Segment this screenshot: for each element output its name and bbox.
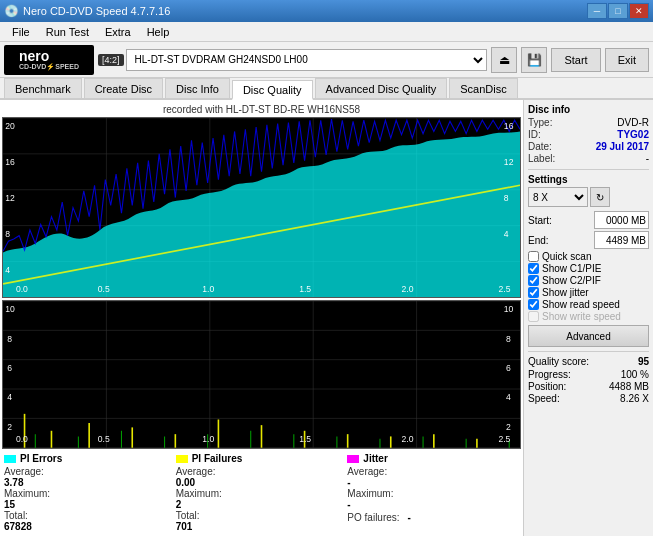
show-read-speed-checkbox[interactable] <box>528 299 539 310</box>
quality-score-row: Quality score: 95 <box>528 356 649 367</box>
main-content: recorded with HL-DT-ST BD-RE WH16NS58 <box>0 100 653 536</box>
quality-section: Quality score: 95 Progress: 100 % Positi… <box>528 351 649 405</box>
disc-info-title: Disc info <box>528 104 649 115</box>
label-value: - <box>646 153 649 164</box>
chart-pif: 10 8 6 4 2 10 8 6 4 2 0.0 0.5 1.0 1.5 <box>2 300 521 449</box>
svg-text:4: 4 <box>506 392 511 402</box>
svg-text:10: 10 <box>504 304 514 314</box>
speed-dropdown[interactable]: 8 X Max 2 X 4 X 16 X <box>528 187 588 207</box>
stat-jitter: Jitter Average: - Maximum: - PO failures… <box>347 453 519 532</box>
right-panel: Disc info Type: DVD-R ID: TYG02 Date: 29… <box>523 100 653 536</box>
pi-failures-max: 2 <box>176 499 182 510</box>
svg-text:4: 4 <box>5 264 10 274</box>
svg-text:1.0: 1.0 <box>202 434 214 444</box>
speed-value: 8.26 X <box>620 393 649 404</box>
id-value: TYG02 <box>617 129 649 140</box>
svg-text:6: 6 <box>7 363 12 373</box>
close-button[interactable]: ✕ <box>629 3 649 19</box>
po-failures-val: - <box>408 512 411 523</box>
quick-scan-row: Quick scan <box>528 251 649 262</box>
refresh-button[interactable]: ↻ <box>590 187 610 207</box>
svg-text:0.0: 0.0 <box>16 284 28 294</box>
show-jitter-label: Show jitter <box>542 287 589 298</box>
po-failures-label: PO failures: <box>347 512 399 523</box>
jitter-color <box>347 455 359 463</box>
svg-text:4: 4 <box>7 392 12 402</box>
type-value: DVD-R <box>617 117 649 128</box>
svg-text:2.0: 2.0 <box>402 284 414 294</box>
svg-text:2.0: 2.0 <box>402 434 414 444</box>
pi-failures-avg: 0.00 <box>176 477 195 488</box>
svg-text:8: 8 <box>5 229 10 239</box>
label-row: Label: - <box>528 153 649 164</box>
menu-extra[interactable]: Extra <box>97 24 139 40</box>
pi-errors-max: 15 <box>4 499 15 510</box>
position-row: Position: 4488 MB <box>528 381 649 392</box>
advanced-button[interactable]: Advanced <box>528 325 649 347</box>
end-mb-row: End: <box>528 231 649 249</box>
ratio-badge: [4:2] <box>98 54 124 66</box>
pi-errors-color <box>4 455 16 463</box>
svg-text:8: 8 <box>7 334 12 344</box>
svg-text:12: 12 <box>504 157 514 167</box>
title-bar-text: Nero CD-DVD Speed 4.7.7.16 <box>23 5 170 17</box>
chart-area: recorded with HL-DT-ST BD-RE WH16NS58 <box>0 100 523 536</box>
menu-file[interactable]: File <box>4 24 38 40</box>
tab-scan-disc[interactable]: ScanDisc <box>449 78 517 98</box>
drive-select-area: [4:2] HL-DT-ST DVDRAM GH24NSD0 LH00 <box>98 49 487 71</box>
svg-text:2: 2 <box>506 422 511 432</box>
chart-header: recorded with HL-DT-ST BD-RE WH16NS58 <box>2 102 521 117</box>
svg-text:4: 4 <box>504 229 509 239</box>
end-label: End: <box>528 235 549 246</box>
settings-section: Settings 8 X Max 2 X 4 X 16 X ↻ Start: E… <box>528 169 649 347</box>
tab-bar: Benchmark Create Disc Disc Info Disc Qua… <box>0 78 653 100</box>
toolbar: nero CD-DVD⚡SPEED [4:2] HL-DT-ST DVDRAM … <box>0 42 653 78</box>
start-input[interactable] <box>594 211 649 229</box>
end-input[interactable] <box>594 231 649 249</box>
tab-disc-quality[interactable]: Disc Quality <box>232 80 313 100</box>
jitter-max: - <box>347 499 350 510</box>
show-read-speed-row: Show read speed <box>528 299 649 310</box>
show-jitter-row: Show jitter <box>528 287 649 298</box>
show-c2-checkbox[interactable] <box>528 275 539 286</box>
minimize-button[interactable]: ─ <box>587 3 607 19</box>
tab-advanced-disc-quality[interactable]: Advanced Disc Quality <box>315 78 448 98</box>
maximize-button[interactable]: □ <box>608 3 628 19</box>
quick-scan-checkbox[interactable] <box>528 251 539 262</box>
date-value: 29 Jul 2017 <box>596 141 649 152</box>
show-write-speed-label: Show write speed <box>542 311 621 322</box>
svg-text:16: 16 <box>504 121 514 131</box>
pi-errors-title: PI Errors <box>20 453 62 464</box>
position-value: 4488 MB <box>609 381 649 392</box>
stat-pi-failures: PI Failures Average: 0.00 Maximum: 2 Tot… <box>176 453 348 532</box>
svg-text:1.5: 1.5 <box>299 434 311 444</box>
show-read-speed-label: Show read speed <box>542 299 620 310</box>
exit-button[interactable]: Exit <box>605 48 649 72</box>
pi-failures-title: PI Failures <box>192 453 243 464</box>
chart1-svg: 20 16 12 8 4 16 12 8 4 0.0 0.5 1.0 1.5 2… <box>3 118 520 297</box>
disc-info-section: Disc info Type: DVD-R ID: TYG02 Date: 29… <box>528 104 649 165</box>
menu-help[interactable]: Help <box>139 24 178 40</box>
pi-errors-avg: 3.78 <box>4 477 23 488</box>
date-row: Date: 29 Jul 2017 <box>528 141 649 152</box>
eject-button[interactable]: ⏏ <box>491 47 517 73</box>
tab-disc-info[interactable]: Disc Info <box>165 78 230 98</box>
menu-run-test[interactable]: Run Test <box>38 24 97 40</box>
start-button[interactable]: Start <box>551 48 600 72</box>
svg-text:1.5: 1.5 <box>299 284 311 294</box>
tab-create-disc[interactable]: Create Disc <box>84 78 163 98</box>
show-c1-checkbox[interactable] <box>528 263 539 274</box>
drive-dropdown[interactable]: HL-DT-ST DVDRAM GH24NSD0 LH00 <box>126 49 488 71</box>
stats-row: PI Errors Average: 3.78 Maximum: 15 Tota… <box>2 449 521 534</box>
svg-text:2.5: 2.5 <box>498 434 510 444</box>
show-c2-row: Show C2/PIF <box>528 275 649 286</box>
start-mb-row: Start: <box>528 211 649 229</box>
app-icon: 💿 <box>4 4 19 18</box>
show-jitter-checkbox[interactable] <box>528 287 539 298</box>
quality-score-label: Quality score: <box>528 356 589 367</box>
svg-text:1.0: 1.0 <box>202 284 214 294</box>
chart2-svg: 10 8 6 4 2 10 8 6 4 2 0.0 0.5 1.0 1.5 <box>3 301 520 448</box>
tab-benchmark[interactable]: Benchmark <box>4 78 82 98</box>
save-button[interactable]: 💾 <box>521 47 547 73</box>
start-label: Start: <box>528 215 552 226</box>
